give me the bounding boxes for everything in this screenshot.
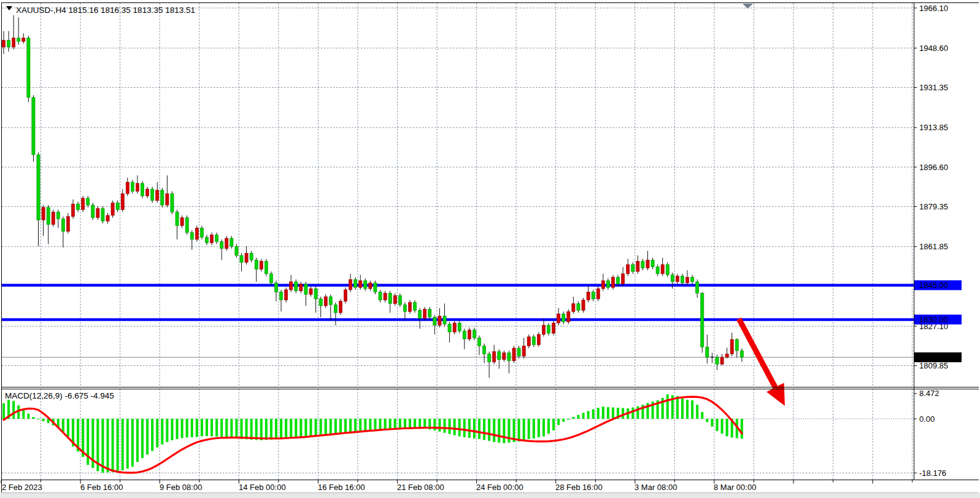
candle-body xyxy=(631,265,635,271)
candle-body xyxy=(32,98,35,155)
candle-body xyxy=(304,284,307,295)
candle-body xyxy=(681,276,684,283)
macd-histogram-bar xyxy=(126,419,129,469)
candle-body xyxy=(493,352,496,362)
macd-histogram-bar xyxy=(250,419,253,440)
price-axis-label: 1896.60 xyxy=(919,163,948,172)
macd-histogram-bar xyxy=(409,419,411,428)
macd-histogram-bar xyxy=(711,419,713,427)
macd-histogram-bar xyxy=(473,419,476,438)
macd-histogram-bar xyxy=(359,419,361,430)
macd-histogram-bar xyxy=(32,417,34,419)
macd-histogram-bar xyxy=(533,419,535,438)
candle-body xyxy=(696,282,699,294)
candle-body xyxy=(116,203,119,209)
candle-body xyxy=(587,292,590,300)
candle-body xyxy=(7,41,10,47)
macd-histogram-bar xyxy=(255,419,258,440)
macd-histogram-bar xyxy=(399,419,401,428)
time-axis[interactable]: 2 Feb 20236 Feb 16:009 Feb 08:0014 Feb 0… xyxy=(1,480,912,492)
macd-histogram-bar xyxy=(562,419,565,422)
candle-body xyxy=(91,205,95,218)
down-arrow-shaft[interactable] xyxy=(739,319,775,387)
macd-histogram-bar xyxy=(27,414,29,419)
candle-body xyxy=(359,281,362,287)
candle-body xyxy=(517,348,520,356)
macd-histogram-bar xyxy=(503,419,505,443)
macd-histogram-bar xyxy=(215,419,218,437)
time-axis-label: 9 Feb 08:00 xyxy=(160,483,202,492)
panel-resize-separator[interactable] xyxy=(1,387,979,389)
price-axis[interactable]: 1966.101948.601931.351913.851896.601879.… xyxy=(914,4,962,478)
candle-body xyxy=(245,253,248,262)
macd-histogram-bar xyxy=(468,419,471,438)
macd-histogram-bar xyxy=(419,419,421,428)
candle-body xyxy=(641,261,644,268)
macd-histogram-bar xyxy=(37,419,40,419)
horizontal-line-objects[interactable] xyxy=(2,285,914,319)
candle-body xyxy=(398,295,401,305)
candle-body xyxy=(730,340,733,354)
candle-body xyxy=(651,260,654,267)
candle-body xyxy=(151,189,154,201)
candle-body xyxy=(622,274,625,284)
macd-histogram-bar xyxy=(295,419,297,438)
macd-histogram-bar xyxy=(112,419,114,472)
trend-arrow-object[interactable] xyxy=(739,319,785,406)
macd-histogram-bar xyxy=(176,419,179,439)
macd-histogram-bar xyxy=(567,419,569,419)
macd-histogram-bar xyxy=(280,419,282,439)
candle-body xyxy=(388,294,392,304)
candle-body xyxy=(542,325,545,335)
candle-body xyxy=(205,237,208,243)
chart-canvas[interactable]: 1966.101948.601931.351913.851896.601879.… xyxy=(0,0,980,498)
candle-body xyxy=(552,323,555,333)
macd-histogram-bar xyxy=(404,419,406,428)
macd-histogram-bar xyxy=(196,419,198,437)
candle-body xyxy=(136,184,139,192)
candle-body xyxy=(364,281,367,289)
candle-body xyxy=(106,216,109,221)
price-axis-label: 1861.85 xyxy=(919,242,948,251)
macd-histogram-bar xyxy=(241,419,243,439)
macd-histogram-bar xyxy=(131,419,134,467)
macd-histogram-bar xyxy=(547,419,550,434)
macd-histogram-bar xyxy=(122,419,124,470)
candle-body xyxy=(314,289,317,299)
candle-body xyxy=(52,212,55,225)
price-axis-label: 1879.35 xyxy=(919,202,948,211)
candle-body xyxy=(532,337,535,344)
candle-body xyxy=(185,217,188,232)
macd-histogram-bar xyxy=(453,419,456,435)
candle-body xyxy=(507,352,511,360)
macd-histogram-bar xyxy=(349,419,352,432)
candle-body xyxy=(56,212,60,219)
macd-histogram-bar xyxy=(478,419,480,439)
macd-scale-label: 0.00 xyxy=(919,414,935,424)
candle-body xyxy=(384,294,387,300)
macd-histogram-bar xyxy=(344,419,347,432)
macd-histogram-bar xyxy=(389,419,392,429)
candle-body xyxy=(349,279,352,290)
candle-body xyxy=(146,189,149,196)
candle-body xyxy=(582,300,585,311)
candle-body xyxy=(606,281,609,287)
macd-histogram-bar xyxy=(285,419,287,438)
candle-body xyxy=(596,289,600,299)
candle-body xyxy=(279,292,282,300)
candles-layer xyxy=(2,15,743,378)
candle-body xyxy=(215,235,218,241)
candle-body xyxy=(339,302,342,313)
macd-histogram-bar xyxy=(542,419,545,437)
candle-body xyxy=(512,348,515,361)
candle-body xyxy=(264,261,268,274)
macd-histogram-bar xyxy=(275,419,277,439)
candle-body xyxy=(324,297,327,306)
candle-body xyxy=(671,275,674,282)
candle-body xyxy=(720,357,723,364)
candle-body xyxy=(627,265,630,274)
candle-body xyxy=(433,317,436,325)
candle-body xyxy=(295,282,298,291)
macd-histogram-bar xyxy=(438,419,441,432)
time-axis-label: 14 Feb 00:00 xyxy=(239,483,286,492)
